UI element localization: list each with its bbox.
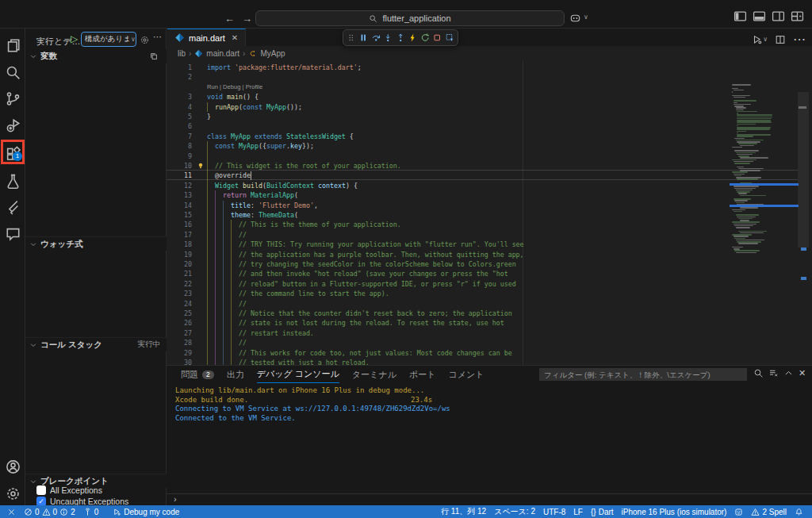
device-selector[interactable]: iPhone 16 Plus (ios simulator) bbox=[618, 505, 731, 518]
section-variables[interactable]: 変数 bbox=[25, 49, 167, 63]
line-number[interactable]: 2 bbox=[167, 72, 192, 82]
line-number[interactable]: 22 bbox=[167, 279, 192, 289]
nav-forward-icon[interactable]: → bbox=[242, 13, 252, 25]
sidebar-item-explorer[interactable] bbox=[0, 33, 25, 58]
line-number[interactable]: 4 bbox=[167, 102, 192, 112]
console-filter-input[interactable] bbox=[539, 368, 747, 381]
code-line[interactable]: 7class MyApp extends StatelessWidget { bbox=[167, 132, 730, 141]
line-number[interactable]: 11 bbox=[167, 171, 192, 180]
debug-config-dropdown[interactable]: 構成がありま∨ bbox=[81, 32, 136, 47]
account-button[interactable] bbox=[0, 454, 25, 479]
toggle-secondary-sidebar-icon[interactable] bbox=[772, 10, 785, 23]
sidebar-item-search[interactable] bbox=[0, 59, 25, 85]
encoding[interactable]: UTF-8 bbox=[539, 505, 569, 518]
code-line[interactable]: 23 // the command line to start the app)… bbox=[167, 289, 730, 298]
debug-status[interactable]: Debug my code bbox=[109, 505, 183, 518]
indentation[interactable]: スペース: 2 bbox=[490, 505, 539, 518]
sidebar-item-run-debug[interactable] bbox=[0, 113, 25, 138]
code-line[interactable]: 5} bbox=[167, 112, 730, 121]
maximize-panel-icon[interactable] bbox=[783, 368, 794, 378]
editor-more-actions-icon[interactable]: ⋯ bbox=[793, 32, 806, 47]
line-number[interactable]: 24 bbox=[167, 299, 192, 309]
customize-layout-icon[interactable] bbox=[791, 10, 804, 23]
code-line[interactable]: 4 runApp(const MyApp()); bbox=[167, 102, 730, 112]
step-out-icon[interactable] bbox=[396, 33, 405, 43]
line-number[interactable]: 25 bbox=[167, 309, 192, 318]
simulator-status[interactable] bbox=[730, 505, 747, 518]
step-over-icon[interactable] bbox=[371, 33, 381, 43]
line-number[interactable]: 7 bbox=[167, 132, 192, 141]
code-line[interactable]: 14 title: 'Flutter Demo', bbox=[167, 201, 730, 210]
line-number[interactable]: 28 bbox=[167, 338, 192, 347]
code-line[interactable]: 22 // reload" button in a Flutter-suppor… bbox=[167, 279, 730, 289]
command-center-search[interactable]: flutter_application bbox=[255, 10, 565, 26]
line-number[interactable]: 23 bbox=[167, 289, 192, 298]
sidebar-item-chat[interactable] bbox=[0, 221, 25, 246]
line-number[interactable]: 9 bbox=[167, 152, 192, 161]
copilot-chevron-icon[interactable]: ∨ bbox=[584, 13, 588, 21]
line-number[interactable]: 15 bbox=[167, 210, 192, 220]
code-line[interactable]: 1import 'package:flutter/material.dart'; bbox=[167, 63, 730, 72]
step-into-icon[interactable] bbox=[383, 33, 393, 43]
copilot-icon[interactable] bbox=[569, 12, 581, 24]
cursor-position[interactable]: 行 11、列 12 bbox=[437, 505, 490, 518]
code-line[interactable]: 19 // the application has a purple toolb… bbox=[167, 250, 730, 259]
code-line[interactable]: 27 // restart instead. bbox=[167, 328, 730, 338]
line-number[interactable]: 21 bbox=[167, 269, 192, 278]
code-line[interactable]: 18 // TRY THIS: Try running your applica… bbox=[167, 240, 730, 249]
panel-tab-item[interactable]: ターミナル bbox=[352, 366, 396, 383]
panel-tab-item[interactable]: ポート bbox=[409, 366, 436, 383]
line-number[interactable]: 29 bbox=[167, 348, 192, 358]
code-line[interactable]: 25 // Notice that the counter didn't res… bbox=[167, 309, 730, 318]
clear-console-icon[interactable] bbox=[768, 368, 779, 378]
line-number[interactable]: 26 bbox=[167, 318, 192, 328]
code-line[interactable]: 24 // bbox=[167, 299, 730, 309]
language-mode[interactable]: {}Dart bbox=[587, 505, 618, 518]
line-number[interactable]: 12 bbox=[167, 181, 192, 190]
code-line[interactable]: 11 @override bbox=[167, 171, 730, 180]
code-line[interactable]: 3void main() { bbox=[167, 92, 730, 102]
code-line[interactable]: 29 // This works for code too, not just … bbox=[167, 348, 730, 358]
breadcrumb-folder[interactable]: lib bbox=[178, 49, 186, 58]
code-line[interactable]: 8 const MyApp({super.key}); bbox=[167, 141, 730, 151]
panel-tab-item[interactable]: 問題2 bbox=[181, 366, 214, 383]
line-number[interactable]: 8 bbox=[167, 141, 192, 151]
code-line[interactable]: 2 bbox=[167, 72, 730, 82]
code-editor[interactable]: 1import 'package:flutter/material.dart';… bbox=[167, 60, 812, 365]
eol[interactable]: LF bbox=[569, 505, 587, 518]
section-call-stack[interactable]: コール スタック 実行中 bbox=[25, 337, 167, 351]
close-tab-icon[interactable]: ✕ bbox=[232, 33, 238, 42]
line-number[interactable]: 18 bbox=[167, 240, 192, 249]
copy-value-icon[interactable] bbox=[149, 52, 159, 61]
widget-inspector-icon[interactable] bbox=[445, 33, 454, 43]
restart-icon[interactable] bbox=[420, 33, 430, 43]
close-panel-icon[interactable]: ✕ bbox=[799, 368, 806, 378]
line-number[interactable]: 1 bbox=[167, 63, 192, 72]
code-line[interactable]: 28 // bbox=[167, 338, 730, 347]
split-editor-icon[interactable] bbox=[775, 34, 786, 45]
spell-status[interactable]: 2 Spell bbox=[747, 505, 791, 518]
tab-main-dart[interactable]: main.dart ✕ bbox=[167, 29, 246, 46]
line-number[interactable]: 27 bbox=[167, 328, 192, 338]
code-line[interactable]: 15 theme: ThemeData( bbox=[167, 210, 730, 220]
code-line[interactable]: 20 // try changing the seedColor in the … bbox=[167, 259, 730, 269]
problems-status[interactable]: 0 0 2 bbox=[20, 505, 79, 518]
code-line[interactable]: 21 // and then invoke "hot reload" (save… bbox=[167, 269, 730, 278]
code-line[interactable]: 17 // bbox=[167, 230, 730, 240]
section-watch[interactable]: ウォッチ式 bbox=[25, 236, 167, 251]
settings-button[interactable] bbox=[0, 481, 25, 506]
editor-scrollbar[interactable] bbox=[798, 92, 809, 247]
toggle-sidebar-icon[interactable] bbox=[733, 10, 747, 23]
debug-gear-icon[interactable] bbox=[140, 35, 150, 45]
code-line[interactable]: 26 // state is not lost during the reloa… bbox=[167, 318, 730, 328]
sidebar-item-flutter[interactable] bbox=[0, 194, 25, 220]
checkbox-unchecked[interactable] bbox=[36, 485, 46, 495]
code-line[interactable]: 30 // tested with just a hot reload. bbox=[167, 358, 730, 365]
toggle-panel-icon[interactable] bbox=[753, 10, 766, 23]
code-line[interactable]: 16 // This is the theme of your applicat… bbox=[167, 220, 730, 229]
remote-indicator[interactable] bbox=[3, 505, 20, 518]
filter-search-icon[interactable] bbox=[753, 368, 764, 378]
sidebar-item-testing[interactable] bbox=[0, 168, 25, 194]
pause-icon[interactable] bbox=[358, 33, 368, 43]
start-debug-button[interactable]: ▷ bbox=[71, 33, 78, 44]
